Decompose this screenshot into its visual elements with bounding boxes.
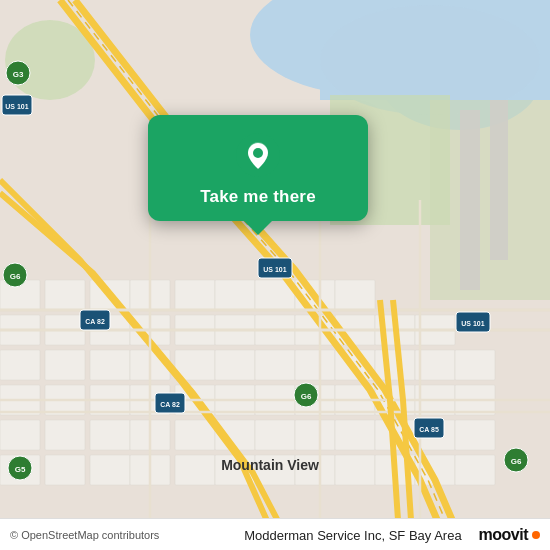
svg-rect-36	[255, 420, 295, 450]
svg-text:CA 82: CA 82	[160, 401, 180, 408]
svg-rect-57	[295, 350, 335, 380]
svg-rect-65	[335, 280, 375, 310]
svg-rect-16	[0, 350, 40, 380]
svg-rect-56	[255, 350, 295, 380]
svg-text:G6: G6	[511, 457, 522, 466]
svg-rect-20	[175, 280, 215, 310]
attribution-text: © OpenStreetMap contributors	[10, 529, 159, 541]
svg-text:CA 82: CA 82	[85, 318, 105, 325]
svg-rect-38	[335, 420, 375, 450]
svg-rect-32	[90, 420, 130, 450]
svg-text:G6: G6	[10, 272, 21, 281]
take-me-there-popup[interactable]: Take me there	[148, 115, 368, 221]
app-container: US 101 US 101 US 101 CA 82 CA 82 CA 85 G…	[0, 0, 550, 550]
svg-rect-8	[490, 100, 508, 260]
svg-rect-61	[455, 350, 495, 380]
svg-rect-62	[215, 280, 255, 310]
bottom-bar-right: Modderman Service Inc, SF Bay Area moovi…	[244, 526, 540, 544]
svg-rect-7	[460, 110, 480, 290]
svg-rect-68	[90, 455, 130, 485]
svg-rect-18	[90, 350, 130, 380]
business-name: Modderman Service Inc, SF Bay Area	[244, 528, 461, 543]
moovit-logo: moovit	[479, 526, 540, 544]
svg-rect-74	[335, 455, 375, 485]
svg-point-103	[253, 148, 263, 158]
moovit-text: moovit	[479, 526, 528, 544]
svg-rect-67	[45, 455, 85, 485]
svg-text:US 101: US 101	[5, 103, 28, 110]
popup-label: Take me there	[200, 187, 316, 207]
svg-text:Mountain View: Mountain View	[221, 457, 319, 473]
svg-text:US 101: US 101	[263, 266, 286, 273]
svg-rect-59	[375, 350, 415, 380]
svg-text:CA 85: CA 85	[419, 426, 439, 433]
moovit-dot	[532, 531, 540, 539]
svg-rect-37	[295, 420, 335, 450]
svg-text:US 101: US 101	[461, 320, 484, 327]
svg-rect-77	[455, 455, 495, 485]
svg-rect-34	[175, 420, 215, 450]
svg-rect-30	[0, 420, 40, 450]
svg-rect-11	[45, 280, 85, 310]
bottom-bar: © OpenStreetMap contributors Modderman S…	[0, 518, 550, 550]
map-background: US 101 US 101 US 101 CA 82 CA 82 CA 85 G…	[0, 0, 550, 550]
location-pin-icon	[236, 133, 280, 177]
svg-rect-17	[45, 350, 85, 380]
attribution: © OpenStreetMap contributors	[10, 529, 159, 541]
svg-rect-31	[45, 420, 85, 450]
svg-text:G5: G5	[15, 465, 26, 474]
svg-rect-55	[215, 350, 255, 380]
svg-rect-70	[175, 455, 215, 485]
svg-rect-48	[455, 420, 495, 450]
svg-text:G3: G3	[13, 70, 24, 79]
svg-text:G6: G6	[301, 392, 312, 401]
